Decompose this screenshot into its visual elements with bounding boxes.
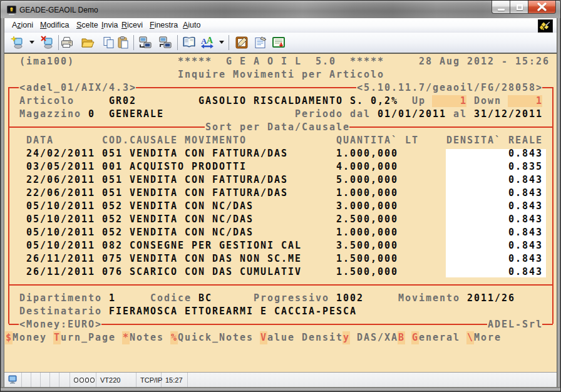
toolbar: AA bbox=[4, 33, 557, 53]
connect-dropdown-arrow[interactable] bbox=[29, 41, 34, 44]
frame-line bbox=[8, 87, 9, 324]
terminal-text: 1 bbox=[508, 95, 543, 108]
window-frame-left bbox=[1, 18, 4, 387]
font-button[interactable]: AA bbox=[200, 36, 214, 49]
toolbar-separator bbox=[229, 35, 229, 50]
terminal-text: <adel_01/AIX/4.3> bbox=[19, 81, 136, 95]
frame-line bbox=[101, 324, 487, 325]
menu-item-azioni[interactable]: Azioni bbox=[12, 21, 33, 29]
status-panel-15-27: 15:27 bbox=[162, 373, 188, 387]
toolbar-separator bbox=[177, 35, 178, 50]
terminal-text: VENDITA CON NC/DAS bbox=[129, 213, 254, 226]
paste-button[interactable] bbox=[116, 36, 130, 49]
terminal-text: <Money:EURO> bbox=[19, 318, 102, 331]
terminal-status-icon bbox=[8, 375, 17, 384]
status-panel-tcp-ip: TCP/IP bbox=[136, 373, 162, 387]
open-button[interactable] bbox=[81, 36, 95, 49]
frame-line bbox=[349, 126, 553, 128]
terminal-text: 001 bbox=[101, 160, 123, 173]
frame-line bbox=[9, 324, 19, 325]
book-button[interactable] bbox=[182, 36, 196, 49]
terminal-text: alue bbox=[267, 331, 295, 344]
terminal-text: 3.000,000 bbox=[336, 200, 398, 213]
terminal-text: 2011/26 bbox=[466, 292, 515, 305]
terminal-text: 0.843 bbox=[508, 213, 543, 226]
adel-logo-icon bbox=[538, 19, 553, 33]
terminal-text: GR02 bbox=[108, 95, 136, 108]
menu-item-finestra[interactable]: Finestra bbox=[150, 21, 178, 29]
status-text: 15:27 bbox=[165, 376, 183, 384]
led-indicators bbox=[70, 373, 96, 387]
terminal-text: VENDITA CON NC/DAS bbox=[129, 200, 254, 213]
terminal-text: Dipartimento bbox=[19, 292, 102, 305]
frame-line bbox=[9, 87, 19, 88]
status-panel-vt220: VT220 bbox=[96, 373, 136, 387]
terminal-screen[interactable]: (ima100)***** G E A O I L 5.0 *****28 Au… bbox=[4, 54, 557, 372]
macro-button[interactable] bbox=[272, 36, 286, 49]
close-button[interactable] bbox=[528, 1, 556, 14]
terminal-text: Sort per Data/Causale bbox=[205, 121, 350, 134]
terminal-text: Inquire Movimenti per Articolo bbox=[177, 68, 384, 81]
terminal-text: Periodo dal bbox=[294, 108, 371, 121]
open-icon bbox=[81, 36, 95, 49]
edit-screen-icon bbox=[235, 36, 249, 49]
print-icon bbox=[60, 36, 74, 49]
status-text: TCP/IP bbox=[140, 376, 162, 384]
disconnect-button[interactable] bbox=[41, 36, 54, 49]
maximize-icon bbox=[517, 4, 523, 10]
terminal-text: 051 bbox=[101, 187, 123, 200]
terminal-text: 0.843 bbox=[508, 187, 543, 200]
terminal-text: 24/02/2011 bbox=[26, 147, 95, 160]
menu-item-scelte[interactable]: Scelte bbox=[76, 21, 98, 29]
title-bar[interactable]: GEADE-GEAOIL Demo bbox=[1, 1, 560, 18]
terminal-text: 052 bbox=[101, 200, 123, 213]
receive-host-icon bbox=[158, 36, 172, 49]
send-host-icon bbox=[138, 36, 152, 49]
terminal-text: 0.843 bbox=[508, 200, 543, 213]
terminal-text: DAS/XA bbox=[356, 331, 398, 344]
terminal-text: Densit bbox=[301, 331, 343, 344]
caption-button-group bbox=[492, 1, 556, 14]
terminal-text: 4.000,000 bbox=[336, 160, 398, 173]
terminal-text: 1.500,000 bbox=[336, 266, 398, 279]
terminal-text: 051 bbox=[101, 173, 123, 187]
terminal-text: 1.500,000 bbox=[336, 252, 398, 266]
terminal-text: 31/12/2011 bbox=[473, 108, 543, 121]
menu-item-aiuto[interactable]: Aiuto bbox=[183, 21, 201, 29]
terminal-text: <5.10.11.7/geaoil/FG/28058> bbox=[356, 81, 543, 95]
terminal-text: ***** G E A O I L 5.0 ***** bbox=[177, 55, 384, 68]
form-button[interactable] bbox=[254, 36, 267, 49]
menu-item-modifica[interactable]: Modifica bbox=[40, 21, 69, 29]
copy-button[interactable] bbox=[102, 36, 116, 49]
minimize-button[interactable] bbox=[492, 1, 510, 14]
print-button[interactable] bbox=[60, 36, 74, 49]
terminal-text: 03/05/2011 bbox=[26, 160, 95, 173]
terminal-text: VENDITA CON NC/DAS bbox=[129, 226, 254, 239]
frame-line bbox=[9, 126, 205, 128]
frame-line bbox=[9, 284, 553, 286]
close-icon bbox=[528, 1, 556, 14]
send-host-button[interactable] bbox=[138, 36, 152, 49]
receive-host-button[interactable] bbox=[158, 36, 172, 49]
terminal-text: 0.843 bbox=[508, 173, 543, 187]
terminal-text: Magazzino bbox=[19, 108, 81, 121]
terminal-text: 0.843 bbox=[508, 252, 543, 266]
terminal-text: 3.500,000 bbox=[336, 239, 398, 252]
terminal-text: (ima100) bbox=[19, 55, 75, 68]
menu-item-invia[interactable]: Invia bbox=[101, 21, 118, 29]
terminal-text: 05/10/2011 bbox=[26, 226, 95, 239]
connect-button[interactable] bbox=[11, 36, 24, 49]
font-dropdown-arrow[interactable] bbox=[219, 41, 224, 44]
terminal-text: 28 Aug 2012 - 15:26 bbox=[418, 55, 550, 68]
terminal-text: 075 bbox=[101, 252, 123, 266]
svg-text:A: A bbox=[207, 36, 214, 45]
terminal-text: urn_Page bbox=[60, 331, 116, 344]
minimize-icon bbox=[498, 9, 505, 11]
menu-item-ricevi[interactable]: Ricevi bbox=[121, 21, 143, 29]
terminal-text: Notes bbox=[129, 331, 164, 344]
edit-screen-button[interactable] bbox=[235, 36, 249, 49]
terminal-text: 052 bbox=[101, 213, 123, 226]
connect-icon bbox=[11, 36, 24, 49]
maximize-button[interactable] bbox=[510, 1, 528, 14]
frame-line bbox=[542, 324, 553, 325]
